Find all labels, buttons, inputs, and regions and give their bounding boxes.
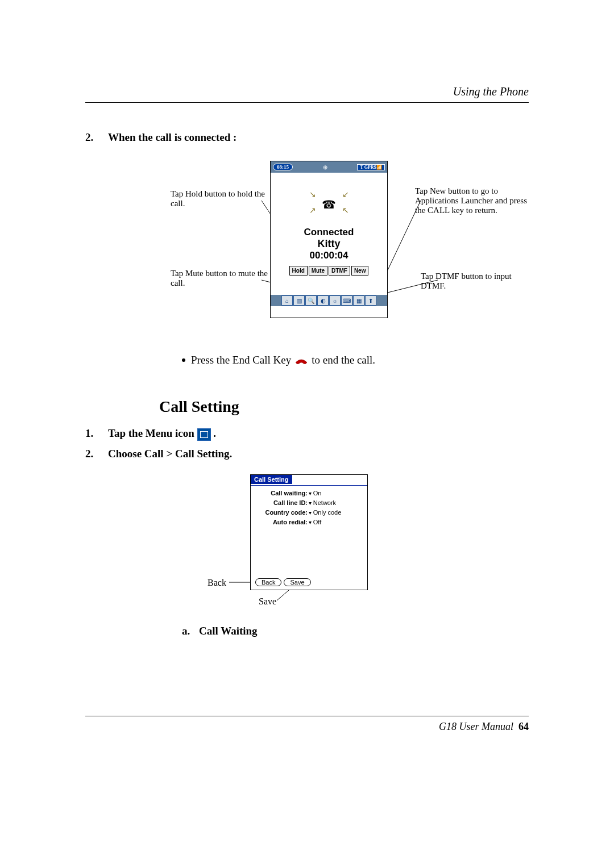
page-number: 64 — [518, 721, 529, 732]
value-auto-redial[interactable]: Off — [309, 518, 321, 527]
call-setting-tab: Call Setting — [251, 475, 292, 484]
brightness-icon[interactable]: ☼ — [329, 295, 341, 306]
clock-icon: ⊕ — [323, 164, 327, 170]
mute-button[interactable]: Mute — [309, 266, 327, 276]
phone-graphic-icon: ↘ ↙ ↗ ↖ ☎ — [309, 190, 349, 215]
end-call-bullet: Press the End Call Key to end the call. — [182, 354, 529, 366]
section-2-num: 2. — [85, 131, 108, 144]
call-setting-screenshot: Call Setting Call waiting: On Call line … — [250, 474, 368, 590]
keypad-icon[interactable]: ▦ — [353, 295, 364, 306]
tab-underline — [251, 485, 367, 486]
call-screen-body: ↘ ↙ ↗ ↖ ☎ Connected Kitty 00:00:04 Hold … — [271, 173, 387, 295]
label-auto-redial: Auto redial: — [255, 518, 309, 527]
save-button[interactable]: Save — [284, 578, 310, 586]
section-2-row: 2. When the call is connected : — [85, 131, 529, 144]
sub-a-row: a. Call Waiting — [182, 625, 529, 637]
call-setting-heading: Call Setting — [159, 398, 529, 416]
label-call-line-id: Call line ID: — [255, 498, 309, 508]
step-1-row: 1. Tap the Menu icon . — [85, 427, 529, 441]
step-2-row: 2. Choose Call > Call Setting. — [85, 448, 529, 460]
search-icon[interactable]: 🔍 — [305, 295, 317, 306]
label-country-code: Country code: — [255, 508, 309, 518]
connected-label: Connected — [304, 227, 354, 238]
back-button[interactable]: Back — [255, 578, 281, 586]
footer: G18 User Manual 64 — [85, 716, 529, 733]
header-title: Using the Phone — [453, 85, 529, 98]
settings-body: Call waiting: On Call line ID: Network C… — [255, 489, 341, 527]
callout-new: Tap New button to go to Applications Lau… — [415, 186, 529, 215]
sub-a-letter: a. — [182, 625, 199, 637]
up-arrow-icon[interactable]: ⬆ — [365, 295, 376, 306]
caller-name: Kitty — [318, 238, 341, 250]
menu-toolbar-icon[interactable]: ▥ — [293, 295, 305, 306]
call-setting-screenshot-wrap: Call Setting Call waiting: On Call line … — [85, 474, 529, 616]
value-call-waiting[interactable]: On — [309, 489, 321, 498]
menu-icon — [197, 428, 211, 441]
hold-button[interactable]: Hold — [289, 266, 308, 276]
row-auto-redial: Auto redial: Off — [255, 518, 341, 527]
callout-hold: Tap Hold button to hold the call. — [171, 189, 273, 208]
status-time: 08:15 — [273, 164, 293, 170]
end-call-text-post: to end the call. — [312, 354, 375, 366]
value-country-code[interactable]: Only code — [309, 508, 341, 518]
new-button[interactable]: New — [351, 266, 369, 276]
value-call-line-id[interactable]: Network — [309, 498, 336, 508]
end-call-key-icon — [293, 354, 309, 366]
bullet-dot-icon — [182, 358, 185, 362]
footer-rule: G18 User Manual 64 — [85, 716, 529, 733]
keyboard-icon[interactable]: ⌨ — [341, 295, 352, 306]
label-call-waiting: Call waiting: — [255, 489, 309, 498]
callout-area: Tap Hold button to hold the call. Tap Mu… — [85, 161, 529, 348]
gprs-indicator: T GPRS📶 — [357, 164, 385, 170]
step-1-text: Tap the Menu icon . — [108, 427, 216, 441]
dtmf-button[interactable]: DTMF — [329, 266, 350, 276]
step-2-num: 2. — [85, 448, 108, 460]
step-1-num: 1. — [85, 427, 108, 440]
phone-screenshot-connected: 08:15 ⊕ T GPRS📶 ↘ ↙ ↗ ↖ ☎ Connected Kitt… — [270, 161, 388, 318]
callout-mute: Tap Mute button to mute the call. — [171, 269, 273, 288]
row-country-code: Country code: Only code — [255, 508, 341, 518]
annotation-save: Save — [259, 596, 276, 607]
status-bar: 08:15 ⊕ T GPRS📶 — [271, 161, 387, 173]
contrast-icon[interactable]: ◐ — [317, 295, 329, 306]
section-2-title: When the call is connected : — [108, 131, 237, 144]
home-icon[interactable]: ⌂ — [281, 295, 293, 306]
settings-buttons: Back Save — [255, 578, 311, 586]
row-call-line-id: Call line ID: Network — [255, 498, 341, 508]
footer-text: G18 User Manual 64 — [439, 721, 529, 733]
sub-a-text: Call Waiting — [199, 625, 258, 637]
callout-dtmf: Tap DTMF button to input DTMF. — [421, 272, 512, 291]
end-call-text-pre: Press the End Call Key — [191, 354, 291, 366]
bottom-toolbar: ⌂ ▥ 🔍 ◐ ☼ ⌨ ▦ ⬆ — [271, 295, 387, 306]
call-timer: 00:00:04 — [309, 250, 348, 261]
call-button-row: Hold Mute DTMF New — [289, 266, 369, 276]
annotation-back: Back — [208, 578, 226, 588]
row-call-waiting: Call waiting: On — [255, 489, 341, 498]
header-rule: Using the Phone — [85, 85, 529, 103]
step-2-text: Choose Call > Call Setting. — [108, 448, 232, 460]
